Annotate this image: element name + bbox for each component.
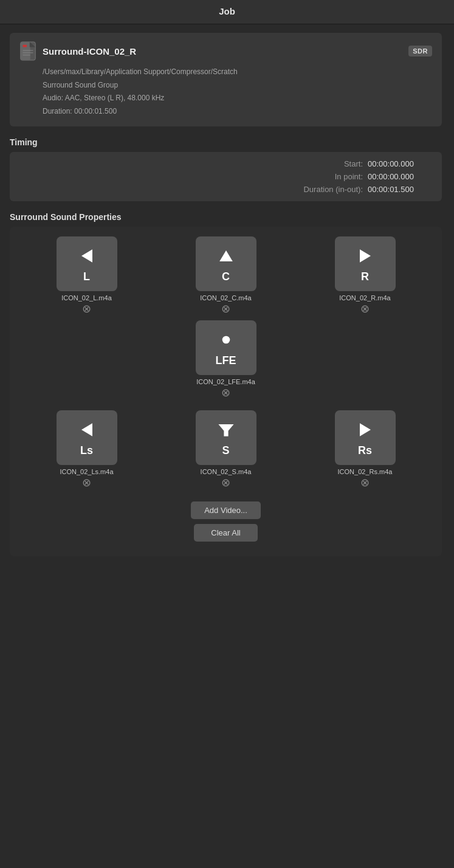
speaker-cell-Rs: Rs ICON_02_Rs.m4a ⊗	[335, 410, 396, 488]
job-card-header: Surround-ICON_02_R SDR	[19, 41, 432, 61]
job-meta: /Users/max/Library/Application Support/C…	[19, 66, 432, 118]
speaker-filename-LFE: ICON_02_LFE.m4a	[196, 378, 255, 385]
svg-marker-10	[81, 423, 92, 436]
speaker-filename-L: ICON_02_L.m4a	[61, 294, 112, 301]
timing-label-duration: Duration (in-out):	[284, 185, 363, 194]
speaker-letter-R: R	[361, 270, 369, 283]
speaker-icon-R	[354, 245, 376, 267]
speaker-box-L[interactable]: L	[57, 236, 117, 291]
sdr-badge: SDR	[408, 46, 432, 57]
speaker-letter-L: L	[83, 270, 90, 283]
speaker-cell-Ls: Ls ICON_02_Ls.m4a ⊗	[57, 410, 117, 488]
speaker-icon-S	[215, 419, 237, 441]
add-video-button[interactable]: Add Video...	[191, 501, 261, 519]
remove-btn-Ls[interactable]: ⊗	[82, 477, 91, 488]
job-group: Surround Sound Group	[43, 79, 432, 92]
remove-btn-S[interactable]: ⊗	[221, 477, 230, 488]
title-label: Job	[219, 6, 235, 16]
timing-row-duration: Duration (in-out): 00:00:01.500	[22, 185, 430, 194]
file-icon	[19, 41, 36, 61]
surround-section-label: Surround Sound Properties	[10, 212, 442, 222]
speaker-icon-Rs	[354, 419, 376, 441]
speaker-box-LFE[interactable]: LFE	[196, 320, 256, 375]
speaker-filename-Rs: ICON_02_Rs.m4a	[338, 468, 393, 475]
speaker-grid-bottom: Ls ICON_02_Ls.m4a ⊗ S ICON_02_S.m4a ⊗	[17, 410, 435, 494]
svg-marker-11	[218, 424, 233, 436]
job-audio: Audio: AAC, Stereo (L R), 48.000 kHz	[43, 92, 432, 105]
speaker-cell-R: R ICON_02_R.m4a ⊗	[335, 236, 396, 314]
timing-row-inpoint: In point: 00:00:00.000	[22, 172, 430, 181]
timing-section-label: Timing	[10, 137, 442, 147]
lfe-row: LFE ICON_02_LFE.m4a ⊗	[17, 320, 435, 404]
speaker-letter-LFE: LFE	[216, 354, 236, 367]
speaker-letter-S: S	[222, 444, 229, 457]
timing-box: Start: 00:00:00.000 In point: 00:00:00.0…	[10, 152, 442, 201]
remove-btn-Rs[interactable]: ⊗	[360, 477, 370, 488]
remove-btn-C[interactable]: ⊗	[221, 303, 230, 314]
job-title-row: Surround-ICON_02_R	[19, 41, 136, 61]
job-path: /Users/max/Library/Application Support/C…	[43, 66, 432, 79]
speaker-grid-top: L ICON_02_L.m4a ⊗ C ICON_02_C.m4a ⊗	[17, 236, 435, 320]
speaker-box-Ls[interactable]: Ls	[57, 410, 117, 465]
speaker-box-Rs[interactable]: Rs	[335, 410, 396, 465]
svg-marker-6	[81, 249, 92, 263]
speaker-box-C[interactable]: C	[196, 236, 256, 291]
remove-btn-LFE[interactable]: ⊗	[221, 387, 230, 398]
speaker-cell-S: S ICON_02_S.m4a ⊗	[196, 410, 256, 488]
timing-value-duration: 00:00:01.500	[363, 185, 430, 194]
speaker-filename-S: ICON_02_S.m4a	[201, 468, 252, 475]
timing-label-inpoint: In point:	[284, 172, 363, 181]
timing-row-start: Start: 00:00:00.000	[22, 159, 430, 168]
job-duration: Duration: 00:00:01.500	[43, 105, 432, 119]
svg-marker-12	[360, 423, 371, 436]
speaker-icon-Ls	[76, 419, 98, 441]
timing-label-start: Start:	[284, 159, 363, 168]
speaker-letter-Ls: Ls	[80, 444, 93, 457]
remove-btn-R[interactable]: ⊗	[360, 303, 370, 314]
job-card: Surround-ICON_02_R SDR /Users/max/Librar…	[10, 33, 442, 126]
svg-rect-1	[21, 42, 30, 60]
speaker-filename-C: ICON_02_C.m4a	[200, 294, 251, 301]
speaker-cell-LFE: LFE ICON_02_LFE.m4a ⊗	[196, 320, 256, 398]
clear-all-button[interactable]: Clear All	[194, 524, 257, 542]
timing-value-inpoint: 00:00:00.000	[363, 172, 430, 181]
speaker-icon-L	[76, 245, 98, 267]
title-bar: Job	[0, 0, 454, 24]
speaker-icon-LFE	[215, 329, 237, 351]
surround-sound-box: L ICON_02_L.m4a ⊗ C ICON_02_C.m4a ⊗	[10, 227, 442, 556]
svg-marker-8	[360, 249, 371, 263]
timing-value-start: 00:00:00.000	[363, 159, 430, 168]
remove-btn-L[interactable]: ⊗	[82, 303, 91, 314]
speaker-letter-Rs: Rs	[358, 444, 372, 457]
speaker-letter-C: C	[222, 270, 230, 283]
speaker-box-R[interactable]: R	[335, 236, 396, 291]
svg-rect-2	[23, 45, 27, 47]
speaker-filename-Ls: ICON_02_Ls.m4a	[60, 468, 113, 475]
speaker-cell-C: C ICON_02_C.m4a ⊗	[196, 236, 256, 314]
speaker-cell-L: L ICON_02_L.m4a ⊗	[57, 236, 117, 314]
job-title: Surround-ICON_02_R	[43, 46, 136, 57]
svg-marker-7	[219, 250, 233, 261]
speaker-icon-C	[215, 245, 237, 267]
speaker-filename-R: ICON_02_R.m4a	[339, 294, 390, 301]
speaker-box-S[interactable]: S	[196, 410, 256, 465]
svg-point-9	[222, 336, 230, 344]
